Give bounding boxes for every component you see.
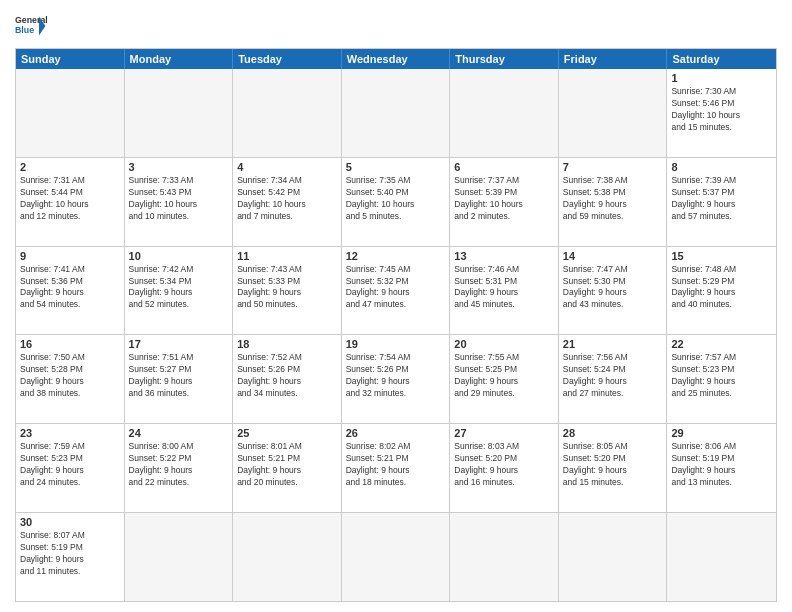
day-info: Sunrise: 7:37 AM Sunset: 5:39 PM Dayligh… <box>454 175 554 223</box>
calendar-cell: 15Sunrise: 7:48 AM Sunset: 5:29 PM Dayli… <box>667 247 776 335</box>
day-info: Sunrise: 7:43 AM Sunset: 5:33 PM Dayligh… <box>237 264 337 312</box>
calendar-cell: 19Sunrise: 7:54 AM Sunset: 5:26 PM Dayli… <box>342 335 451 423</box>
calendar-cell <box>559 513 668 601</box>
calendar-cell <box>342 513 451 601</box>
day-number: 29 <box>671 427 772 439</box>
calendar-body: 1Sunrise: 7:30 AM Sunset: 5:46 PM Daylig… <box>16 69 776 601</box>
day-info: Sunrise: 7:54 AM Sunset: 5:26 PM Dayligh… <box>346 352 446 400</box>
calendar-cell: 12Sunrise: 7:45 AM Sunset: 5:32 PM Dayli… <box>342 247 451 335</box>
weekday-header: Monday <box>125 49 234 69</box>
calendar-cell <box>16 69 125 157</box>
calendar-cell: 17Sunrise: 7:51 AM Sunset: 5:27 PM Dayli… <box>125 335 234 423</box>
calendar-header: SundayMondayTuesdayWednesdayThursdayFrid… <box>16 49 776 69</box>
day-info: Sunrise: 7:41 AM Sunset: 5:36 PM Dayligh… <box>20 264 120 312</box>
day-info: Sunrise: 7:35 AM Sunset: 5:40 PM Dayligh… <box>346 175 446 223</box>
calendar-cell <box>342 69 451 157</box>
day-info: Sunrise: 7:42 AM Sunset: 5:34 PM Dayligh… <box>129 264 229 312</box>
weekday-header: Saturday <box>667 49 776 69</box>
day-number: 26 <box>346 427 446 439</box>
calendar-cell: 14Sunrise: 7:47 AM Sunset: 5:30 PM Dayli… <box>559 247 668 335</box>
day-info: Sunrise: 7:48 AM Sunset: 5:29 PM Dayligh… <box>671 264 772 312</box>
calendar-row: 9Sunrise: 7:41 AM Sunset: 5:36 PM Daylig… <box>16 246 776 335</box>
day-info: Sunrise: 7:57 AM Sunset: 5:23 PM Dayligh… <box>671 352 772 400</box>
calendar-cell: 4Sunrise: 7:34 AM Sunset: 5:42 PM Daylig… <box>233 158 342 246</box>
day-number: 2 <box>20 161 120 173</box>
day-info: Sunrise: 8:01 AM Sunset: 5:21 PM Dayligh… <box>237 441 337 489</box>
day-info: Sunrise: 7:38 AM Sunset: 5:38 PM Dayligh… <box>563 175 663 223</box>
day-info: Sunrise: 7:30 AM Sunset: 5:46 PM Dayligh… <box>671 86 772 134</box>
day-info: Sunrise: 7:34 AM Sunset: 5:42 PM Dayligh… <box>237 175 337 223</box>
calendar: SundayMondayTuesdayWednesdayThursdayFrid… <box>15 48 777 602</box>
day-number: 20 <box>454 338 554 350</box>
day-info: Sunrise: 7:39 AM Sunset: 5:37 PM Dayligh… <box>671 175 772 223</box>
calendar-cell: 29Sunrise: 8:06 AM Sunset: 5:19 PM Dayli… <box>667 424 776 512</box>
day-number: 18 <box>237 338 337 350</box>
calendar-cell: 20Sunrise: 7:55 AM Sunset: 5:25 PM Dayli… <box>450 335 559 423</box>
weekday-header: Wednesday <box>342 49 451 69</box>
day-number: 8 <box>671 161 772 173</box>
calendar-cell: 2Sunrise: 7:31 AM Sunset: 5:44 PM Daylig… <box>16 158 125 246</box>
day-number: 28 <box>563 427 663 439</box>
day-number: 15 <box>671 250 772 262</box>
calendar-cell: 30Sunrise: 8:07 AM Sunset: 5:19 PM Dayli… <box>16 513 125 601</box>
day-number: 9 <box>20 250 120 262</box>
calendar-cell: 1Sunrise: 7:30 AM Sunset: 5:46 PM Daylig… <box>667 69 776 157</box>
weekday-header: Thursday <box>450 49 559 69</box>
day-number: 14 <box>563 250 663 262</box>
day-number: 22 <box>671 338 772 350</box>
calendar-row: 2Sunrise: 7:31 AM Sunset: 5:44 PM Daylig… <box>16 157 776 246</box>
weekday-header: Tuesday <box>233 49 342 69</box>
day-info: Sunrise: 7:47 AM Sunset: 5:30 PM Dayligh… <box>563 264 663 312</box>
calendar-cell: 3Sunrise: 7:33 AM Sunset: 5:43 PM Daylig… <box>125 158 234 246</box>
calendar-cell <box>233 513 342 601</box>
day-number: 5 <box>346 161 446 173</box>
day-number: 13 <box>454 250 554 262</box>
calendar-cell: 23Sunrise: 7:59 AM Sunset: 5:23 PM Dayli… <box>16 424 125 512</box>
day-number: 17 <box>129 338 229 350</box>
calendar-cell: 7Sunrise: 7:38 AM Sunset: 5:38 PM Daylig… <box>559 158 668 246</box>
calendar-cell <box>667 513 776 601</box>
calendar-cell: 21Sunrise: 7:56 AM Sunset: 5:24 PM Dayli… <box>559 335 668 423</box>
calendar-cell: 8Sunrise: 7:39 AM Sunset: 5:37 PM Daylig… <box>667 158 776 246</box>
day-info: Sunrise: 7:50 AM Sunset: 5:28 PM Dayligh… <box>20 352 120 400</box>
logo-icon: General Blue <box>15 10 47 42</box>
calendar-cell: 25Sunrise: 8:01 AM Sunset: 5:21 PM Dayli… <box>233 424 342 512</box>
calendar-cell: 26Sunrise: 8:02 AM Sunset: 5:21 PM Dayli… <box>342 424 451 512</box>
weekday-header: Sunday <box>16 49 125 69</box>
day-number: 25 <box>237 427 337 439</box>
day-info: Sunrise: 8:03 AM Sunset: 5:20 PM Dayligh… <box>454 441 554 489</box>
day-info: Sunrise: 7:33 AM Sunset: 5:43 PM Dayligh… <box>129 175 229 223</box>
day-info: Sunrise: 7:51 AM Sunset: 5:27 PM Dayligh… <box>129 352 229 400</box>
calendar-cell <box>450 513 559 601</box>
calendar-row: 23Sunrise: 7:59 AM Sunset: 5:23 PM Dayli… <box>16 423 776 512</box>
calendar-cell: 11Sunrise: 7:43 AM Sunset: 5:33 PM Dayli… <box>233 247 342 335</box>
calendar-cell <box>559 69 668 157</box>
calendar-row: 16Sunrise: 7:50 AM Sunset: 5:28 PM Dayli… <box>16 334 776 423</box>
day-number: 10 <box>129 250 229 262</box>
weekday-header: Friday <box>559 49 668 69</box>
logo: General Blue <box>15 10 47 42</box>
day-number: 6 <box>454 161 554 173</box>
calendar-row: 1Sunrise: 7:30 AM Sunset: 5:46 PM Daylig… <box>16 69 776 157</box>
calendar-cell: 22Sunrise: 7:57 AM Sunset: 5:23 PM Dayli… <box>667 335 776 423</box>
day-number: 16 <box>20 338 120 350</box>
svg-text:Blue: Blue <box>15 25 34 35</box>
day-info: Sunrise: 7:46 AM Sunset: 5:31 PM Dayligh… <box>454 264 554 312</box>
calendar-cell: 5Sunrise: 7:35 AM Sunset: 5:40 PM Daylig… <box>342 158 451 246</box>
day-number: 7 <box>563 161 663 173</box>
day-info: Sunrise: 8:05 AM Sunset: 5:20 PM Dayligh… <box>563 441 663 489</box>
calendar-cell: 13Sunrise: 7:46 AM Sunset: 5:31 PM Dayli… <box>450 247 559 335</box>
calendar-cell: 24Sunrise: 8:00 AM Sunset: 5:22 PM Dayli… <box>125 424 234 512</box>
calendar-cell: 16Sunrise: 7:50 AM Sunset: 5:28 PM Dayli… <box>16 335 125 423</box>
day-number: 30 <box>20 516 120 528</box>
day-number: 11 <box>237 250 337 262</box>
calendar-cell: 27Sunrise: 8:03 AM Sunset: 5:20 PM Dayli… <box>450 424 559 512</box>
day-info: Sunrise: 7:52 AM Sunset: 5:26 PM Dayligh… <box>237 352 337 400</box>
calendar-cell: 6Sunrise: 7:37 AM Sunset: 5:39 PM Daylig… <box>450 158 559 246</box>
day-number: 27 <box>454 427 554 439</box>
day-number: 3 <box>129 161 229 173</box>
day-info: Sunrise: 7:31 AM Sunset: 5:44 PM Dayligh… <box>20 175 120 223</box>
day-info: Sunrise: 7:45 AM Sunset: 5:32 PM Dayligh… <box>346 264 446 312</box>
calendar-cell <box>233 69 342 157</box>
day-info: Sunrise: 8:00 AM Sunset: 5:22 PM Dayligh… <box>129 441 229 489</box>
